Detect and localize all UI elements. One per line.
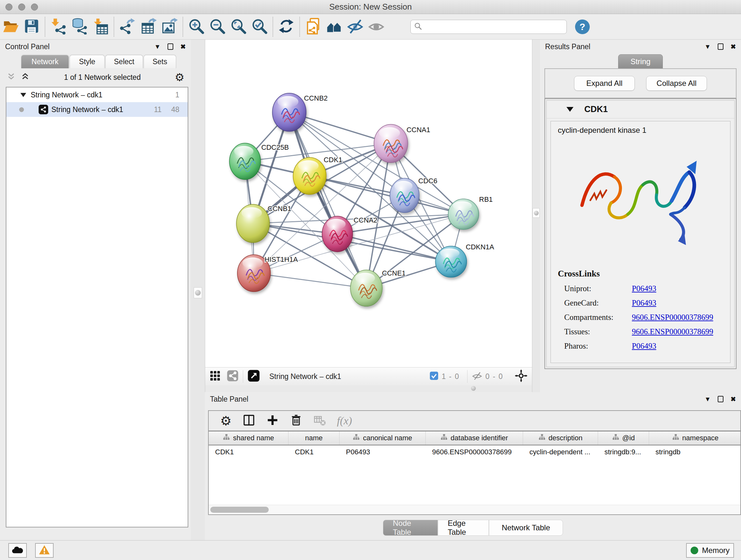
zoom-out-button[interactable] [207, 17, 228, 37]
create-column-button[interactable] [266, 414, 279, 428]
table-cell[interactable]: P06493 [340, 445, 426, 459]
tab-sets[interactable]: Sets [144, 55, 176, 68]
column-header-description[interactable]: description [523, 431, 598, 445]
network-node-cdc6[interactable] [390, 178, 419, 212]
function-builder-button[interactable]: f(x) [337, 415, 352, 427]
float-panel-icon[interactable]: ▼ [154, 43, 160, 51]
expand-all-networks-icon[interactable] [20, 72, 30, 83]
view-grid-button[interactable] [210, 370, 220, 382]
collapse-all-networks-icon[interactable] [6, 72, 16, 83]
selected-indicator-checkbox[interactable] [429, 371, 439, 381]
maximize-panel-icon[interactable] [167, 44, 173, 50]
network-node-cdc25b[interactable] [229, 143, 261, 179]
splitter-handle-icon[interactable] [534, 211, 539, 215]
protein-section-header[interactable]: CDK1 [547, 101, 734, 118]
splitter-handle-icon[interactable] [471, 386, 476, 391]
collapse-triangle-icon[interactable] [566, 107, 574, 112]
zoom-in-button[interactable] [186, 17, 207, 37]
column-header-shared-name[interactable]: shared name [209, 431, 288, 445]
birds-eye-view-button[interactable] [515, 369, 528, 383]
column-header-namespace[interactable]: namespace [649, 431, 741, 445]
horizontal-splitter[interactable] [205, 385, 532, 392]
detach-view-button[interactable] [248, 370, 260, 383]
cloud-button[interactable] [8, 543, 27, 558]
tree-expander-icon[interactable] [20, 93, 26, 97]
column-header--id[interactable]: @id [598, 431, 649, 445]
left-splitter[interactable] [191, 40, 205, 540]
tab-select[interactable]: Select [105, 55, 143, 68]
network-options-gear-button[interactable]: ⚙ [175, 72, 185, 83]
table-cell[interactable]: CDK1 [209, 445, 288, 459]
expand-all-button[interactable]: Expand All [574, 76, 635, 91]
zoom-selected-button[interactable] [249, 17, 270, 37]
hide-selected-button[interactable] [345, 17, 366, 37]
network-row[interactable]: String Network – cdk1 11 48 [6, 102, 188, 117]
search-input[interactable] [425, 23, 563, 31]
network-collection-row[interactable]: String Network – cdk1 1 [6, 87, 188, 102]
delete-table-button[interactable] [313, 414, 326, 428]
tab-edge-table[interactable]: Edge Table [438, 520, 489, 536]
table-cell[interactable]: stringdb:9... [598, 445, 649, 459]
float-panel-icon[interactable]: ▼ [704, 43, 711, 51]
delete-column-button[interactable] [290, 414, 302, 428]
warning-button[interactable] [35, 543, 54, 558]
tab-network[interactable]: Network [21, 55, 69, 68]
table-cell[interactable]: stringdb [649, 445, 740, 459]
close-panel-icon[interactable]: ✖ [731, 43, 736, 51]
network-node-ccnb1[interactable] [237, 204, 270, 243]
right-splitter[interactable] [532, 40, 540, 392]
network-node-ccna2[interactable] [322, 216, 353, 252]
export-image-button[interactable] [159, 17, 180, 37]
network-node-cdkn1a[interactable] [435, 246, 467, 277]
network-node-rb1[interactable] [448, 199, 479, 230]
table-options-gear-button[interactable]: ⚙ [220, 415, 232, 427]
network-canvas[interactable]: CCNB2CCNA1CDC25BCDK1CDC6RB1CCNB1CCNA2CDK… [205, 40, 532, 367]
column-header-name[interactable]: name [288, 431, 340, 445]
network-node-ccna1[interactable] [374, 124, 408, 163]
tab-string[interactable]: String [618, 54, 663, 69]
table-cell[interactable]: cyclin-dependent ... [523, 445, 598, 459]
table-cell[interactable]: CDK1 [288, 445, 340, 459]
crosslink-link[interactable]: 9606.ENSP00000378699 [632, 313, 713, 322]
float-panel-icon[interactable]: ▼ [704, 395, 711, 403]
string-view-badge-icon[interactable] [227, 370, 239, 383]
tab-network-table[interactable]: Network Table [489, 520, 563, 536]
maximize-panel-icon[interactable] [718, 44, 724, 50]
column-header-database-identifier[interactable]: database identifier [426, 431, 523, 445]
crosslink-link[interactable]: P06493 [632, 299, 656, 307]
crosslink-link[interactable]: P06493 [632, 284, 656, 293]
export-table-button[interactable] [138, 17, 159, 37]
maximize-panel-icon[interactable] [718, 396, 724, 402]
open-session-button[interactable] [0, 17, 21, 37]
table-horizontal-scrollbar[interactable] [209, 505, 740, 514]
zoom-fit-button[interactable] [228, 17, 249, 37]
splitter-handle-icon[interactable] [195, 290, 201, 296]
crosslink-link[interactable]: P06493 [632, 341, 656, 351]
new-network-from-selection-button[interactable] [302, 17, 324, 37]
network-node-ccnb2[interactable] [273, 93, 307, 132]
column-header-canonical-name[interactable]: canonical name [340, 431, 426, 445]
collapse-all-button[interactable]: Collapse All [646, 76, 707, 91]
search-box[interactable] [410, 20, 567, 34]
import-network-button[interactable] [48, 17, 69, 37]
show-all-button[interactable] [366, 17, 387, 37]
tab-node-table[interactable]: Node Table [383, 520, 438, 536]
scrollbar-thumb[interactable] [210, 507, 269, 513]
close-panel-icon[interactable]: ✖ [180, 43, 186, 51]
network-node-cdk1[interactable] [293, 158, 326, 194]
close-panel-icon[interactable]: ✖ [731, 395, 736, 403]
tab-style[interactable]: Style [70, 55, 105, 68]
save-session-button[interactable] [21, 17, 42, 37]
import-table-button[interactable] [90, 17, 111, 37]
import-network-from-database-button[interactable] [69, 17, 90, 37]
crosslink-link[interactable]: 9606.ENSP00000378699 [632, 327, 713, 336]
memory-button[interactable]: Memory [686, 543, 734, 558]
first-neighbors-button[interactable] [324, 17, 345, 37]
table-row[interactable]: CDK1CDK1P064939606.ENSP00000378699cyclin… [209, 445, 740, 459]
help-button[interactable]: ? [575, 19, 590, 34]
network-node-ccne1[interactable] [350, 270, 382, 307]
apply-layout-button[interactable] [276, 17, 297, 37]
export-network-button[interactable] [117, 17, 138, 37]
show-columns-button[interactable] [243, 414, 255, 428]
table-cell[interactable]: 9606.ENSP00000378699 [426, 445, 523, 459]
